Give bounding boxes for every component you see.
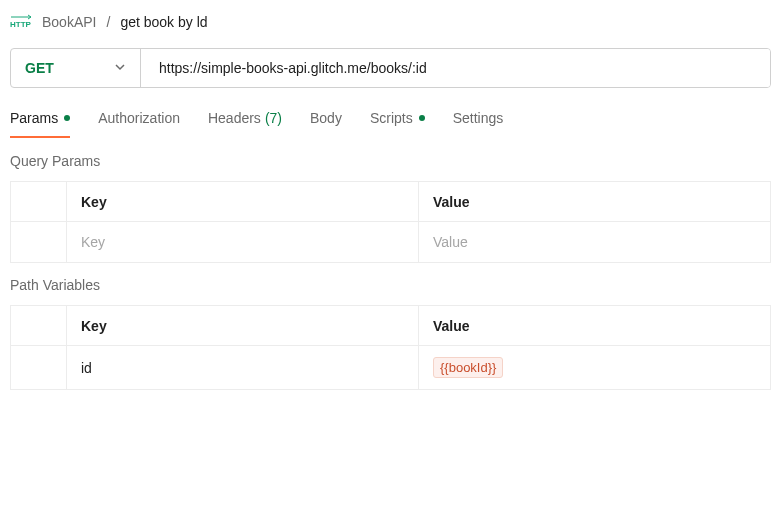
path-variables-title: Path Variables — [0, 263, 781, 305]
request-tabs: Params Authorization Headers (7) Body Sc… — [0, 88, 781, 139]
active-dot-icon — [64, 115, 70, 121]
tab-headers-count: (7) — [265, 110, 282, 126]
key-input[interactable]: id — [67, 346, 419, 389]
tab-scripts-label: Scripts — [370, 110, 413, 126]
chevron-down-icon — [114, 60, 126, 76]
tab-scripts[interactable]: Scripts — [370, 110, 425, 138]
url-bar: GET — [10, 48, 771, 88]
active-dot-icon — [419, 115, 425, 121]
column-header-key: Key — [67, 182, 419, 221]
query-params-title: Query Params — [0, 139, 781, 181]
table-row[interactable]: id {{bookId}} — [11, 346, 770, 389]
column-header-value: Value — [419, 182, 770, 221]
method-selector[interactable]: GET — [11, 49, 141, 87]
value-input[interactable]: Value — [419, 222, 770, 262]
breadcrumb: HTTP BookAPI / get book by ld — [0, 0, 781, 48]
row-checkbox[interactable] — [11, 346, 67, 389]
svg-text:HTTP: HTTP — [10, 20, 32, 29]
tab-headers-label: Headers — [208, 110, 261, 126]
tab-settings[interactable]: Settings — [453, 110, 504, 138]
tab-settings-label: Settings — [453, 110, 504, 126]
tab-body[interactable]: Body — [310, 110, 342, 138]
key-input[interactable]: Key — [67, 222, 419, 262]
value-input[interactable]: {{bookId}} — [419, 346, 770, 389]
tab-headers[interactable]: Headers (7) — [208, 110, 282, 138]
tab-params-label: Params — [10, 110, 58, 126]
table-header-row: Key Value — [11, 182, 770, 222]
http-icon: HTTP — [10, 14, 32, 30]
url-input[interactable] — [141, 49, 770, 87]
breadcrumb-parent[interactable]: BookAPI — [42, 14, 96, 30]
column-header-key: Key — [67, 306, 419, 345]
tab-body-label: Body — [310, 110, 342, 126]
breadcrumb-current: get book by ld — [120, 14, 207, 30]
variable-tag[interactable]: {{bookId}} — [433, 357, 503, 378]
row-checkbox[interactable] — [11, 222, 67, 262]
table-header-row: Key Value — [11, 306, 770, 346]
query-params-table: Key Value Key Value — [10, 181, 771, 263]
tab-authorization[interactable]: Authorization — [98, 110, 180, 138]
breadcrumb-separator: / — [106, 14, 110, 30]
column-header-value: Value — [419, 306, 770, 345]
path-variables-table: Key Value id {{bookId}} — [10, 305, 771, 390]
method-label: GET — [25, 60, 54, 76]
checkbox-header — [11, 306, 67, 345]
tab-params[interactable]: Params — [10, 110, 70, 138]
tab-authorization-label: Authorization — [98, 110, 180, 126]
table-row[interactable]: Key Value — [11, 222, 770, 262]
checkbox-header — [11, 182, 67, 221]
